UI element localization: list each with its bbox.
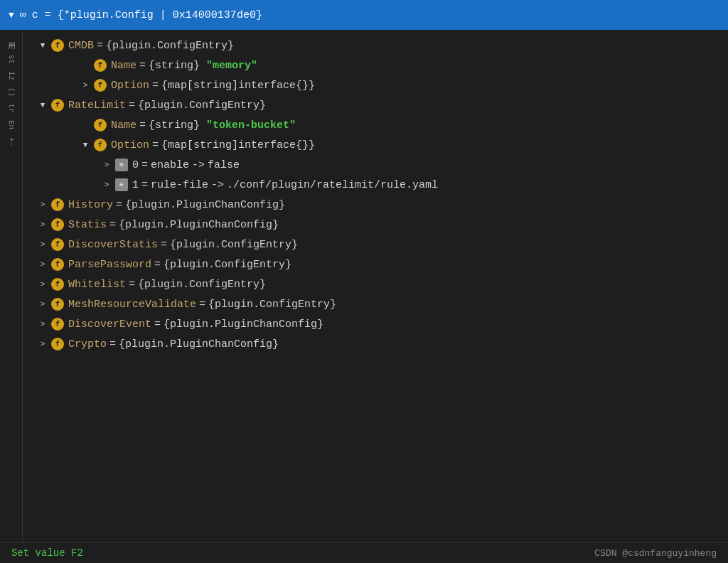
string-value-memory: "memory": [206, 60, 257, 72]
field-icon-discoverstatis: f: [51, 238, 64, 251]
field-name-discoverevent: DiscoverEvent: [68, 318, 151, 331]
main-content: 用 i st iz () tr En +- ▼ f CMDB = {plugin…: [0, 30, 728, 542]
header-collapse-arrow[interactable]: ▼: [9, 10, 14, 21]
field-name-cmdb-name: Name: [111, 60, 136, 72]
footer-bar: Set value F2 CSDN @csdnfanguyinheng: [0, 542, 728, 563]
field-name-statis: Statis: [68, 219, 107, 231]
tree-row-whitelist[interactable]: > f Whitelist = {plugin.ConfigEntry}: [23, 274, 728, 294]
list-icon-option-1: ≡: [115, 178, 128, 191]
field-name-discoverstatis: DiscoverStatis: [68, 239, 158, 251]
toggle-placeholder-cmdb-name: [80, 60, 91, 71]
field-name-parsepassword: ParsePassword: [68, 259, 151, 271]
toggle-parsepassword[interactable]: >: [37, 259, 48, 270]
tree-row-option-0[interactable]: > ≡ 0 = enable -> false: [23, 155, 728, 175]
field-name-cmdb-option: Option: [111, 80, 149, 92]
field-icon-cmdb: f: [51, 39, 64, 52]
field-name-cmdb: CMDB: [68, 40, 94, 52]
field-name-ratelimit: RateLimit: [68, 100, 126, 112]
header-infinity-icon: ∞: [20, 9, 26, 21]
tree-row-cmdb[interactable]: ▼ f CMDB = {plugin.ConfigEntry}: [23, 36, 728, 55]
value-enable: false: [208, 159, 240, 171]
field-icon-cmdb-name: f: [94, 59, 107, 72]
toggle-cmdb[interactable]: ▼: [37, 40, 48, 51]
toggle-cmdb-option[interactable]: >: [80, 80, 91, 91]
field-icon-whitelist: f: [51, 278, 64, 291]
toggle-whitelist[interactable]: >: [37, 279, 48, 290]
field-name-meshresourcevalidate: MeshResourceValidate: [68, 299, 196, 311]
sidebar-label-2: i: [7, 43, 16, 48]
toggle-crypto[interactable]: >: [37, 338, 48, 350]
toggle-history[interactable]: >: [37, 199, 48, 210]
toggle-meshresourcevalidate[interactable]: >: [37, 299, 48, 310]
key-0: 0: [132, 159, 139, 171]
field-name-ratelimit-name: Name: [111, 119, 136, 132]
field-icon-ratelimit-name: f: [94, 119, 107, 132]
field-icon-statis: f: [51, 218, 64, 231]
left-sidebar: 用 i st iz () tr En +-: [0, 30, 23, 542]
sidebar-label-8: +-: [7, 137, 16, 146]
field-icon-ratelimit: f: [51, 99, 64, 112]
tree-row-discoverstatis[interactable]: > f DiscoverStatis = {plugin.ConfigEntry…: [23, 235, 728, 254]
key-1: 1: [132, 179, 139, 191]
type-cmdb: {plugin.ConfigEntry}: [106, 40, 234, 52]
field-name-history: History: [68, 199, 113, 211]
toggle-ratelimit-option[interactable]: ▼: [80, 139, 91, 151]
sidebar-label-7: En: [7, 120, 16, 129]
field-name-crypto: Crypto: [68, 338, 107, 350]
tree-row-option-1[interactable]: > ≡ 1 = rule-file -> ./conf/plugin/ratel…: [23, 175, 728, 195]
sidebar-label-4: iz: [7, 71, 16, 80]
field-icon-cmdb-option: f: [94, 79, 107, 92]
footer-set-value: Set value F2: [11, 547, 83, 559]
toggle-placeholder-ratelimit-name: [80, 119, 91, 131]
list-icon-option-0: ≡: [115, 159, 128, 171]
toggle-ratelimit[interactable]: ▼: [37, 100, 48, 111]
header-title: c = {*plugin.Config | 0x14000137de0}: [32, 9, 262, 21]
sidebar-label-5: (): [7, 87, 16, 97]
tree-row-ratelimit-name[interactable]: f Name = {string} "token-bucket": [23, 115, 728, 135]
tree-row-crypto[interactable]: > f Crypto = {plugin.PluginChanConfig}: [23, 334, 728, 354]
operator-cmdb: =: [97, 40, 103, 52]
string-value-tokenbucket: "token-bucket": [206, 119, 296, 132]
tree-row-cmdb-option[interactable]: > f Option = {map[string]interface{}}: [23, 75, 728, 95]
field-icon-ratelimit-option: f: [94, 139, 107, 151]
tree-row-ratelimit-option[interactable]: ▼ f Option = {map[string]interface{}}: [23, 135, 728, 155]
value-rulefile: ./conf/plugin/ratelimit/rule.yaml: [227, 179, 438, 191]
field-icon-meshresourcevalidate: f: [51, 298, 64, 311]
footer-attribution: CSDN @csdnfanguyinheng: [594, 548, 717, 559]
field-icon-discoverevent: f: [51, 318, 64, 331]
sidebar-label-6: tr: [7, 104, 16, 113]
tree-row-discoverevent[interactable]: > f DiscoverEvent = {plugin.PluginChanCo…: [23, 314, 728, 334]
tree-row-statis[interactable]: > f Statis = {plugin.PluginChanConfig}: [23, 215, 728, 235]
header-bar: ▼ ∞ c = {*plugin.Config | 0x14000137de0}: [0, 0, 728, 30]
toggle-discoverevent[interactable]: >: [37, 318, 48, 330]
sidebar-label-3: st: [7, 55, 16, 64]
toggle-discoverstatis[interactable]: >: [37, 239, 48, 250]
field-name-ratelimit-option: Option: [111, 139, 149, 151]
tree-row-meshresourcevalidate[interactable]: > f MeshResourceValidate = {plugin.Confi…: [23, 294, 728, 314]
toggle-option-0[interactable]: >: [101, 159, 112, 171]
tree-row-ratelimit[interactable]: ▼ f RateLimit = {plugin.ConfigEntry}: [23, 95, 728, 115]
tree-row-cmdb-name[interactable]: f Name = {string} "memory": [23, 55, 728, 75]
tree-row-parsepassword[interactable]: > f ParsePassword = {plugin.ConfigEntry}: [23, 254, 728, 274]
field-icon-parsepassword: f: [51, 258, 64, 271]
field-icon-history: f: [51, 198, 64, 211]
toggle-option-1[interactable]: >: [101, 179, 112, 191]
tree-row-history[interactable]: > f History = {plugin.PluginChanConfig}: [23, 195, 728, 215]
field-name-whitelist: Whitelist: [68, 279, 126, 291]
toggle-statis[interactable]: >: [37, 219, 48, 230]
code-area: ▼ f CMDB = {plugin.ConfigEntry} f Name =…: [23, 30, 728, 542]
field-icon-crypto: f: [51, 338, 64, 350]
